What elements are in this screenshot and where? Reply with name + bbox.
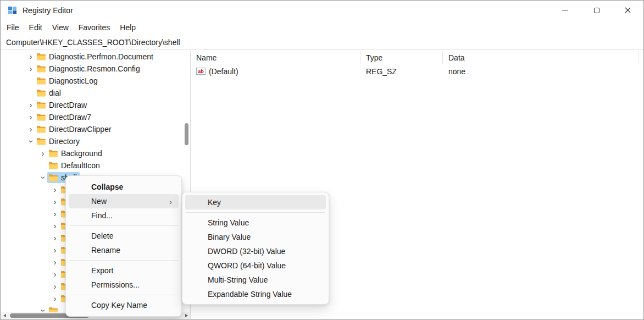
submenu-qword-value[interactable]: QWORD (64-bit) Value [185, 258, 326, 273]
tree-item-label: DefaultIcon [61, 161, 100, 170]
menu-separator [70, 295, 177, 295]
chevron-icon[interactable] [38, 307, 47, 312]
submenu-key[interactable]: Key [185, 195, 326, 209]
chevron-icon[interactable] [51, 210, 59, 218]
chevron-icon[interactable] [51, 246, 59, 254]
column-data[interactable]: Data [443, 51, 639, 64]
submenu-arrow-icon: › [169, 197, 172, 206]
close-button[interactable] [612, 1, 643, 20]
value-name: (Default) [209, 67, 238, 76]
list-rows: ab (Default) REG_SZ none [191, 64, 643, 78]
folder-icon [48, 307, 58, 312]
menu-permissions[interactable]: Permissions... [69, 278, 179, 292]
submenu-binary-value[interactable]: Binary Value [185, 230, 326, 244]
folder-icon [48, 162, 58, 169]
menu-view[interactable]: View [47, 21, 74, 34]
registry-editor-app-icon [8, 5, 17, 15]
menu-separator [186, 212, 325, 213]
tree-item-defaulticon[interactable]: DefaultIcon [1, 159, 184, 172]
menubar: File Edit View Favorites Help [1, 20, 643, 35]
menu-copy-key-name[interactable]: Copy Key Name [69, 298, 179, 312]
minimize-icon [562, 10, 568, 10]
minimize-button[interactable] [549, 1, 581, 20]
menu-rename[interactable]: Rename [69, 243, 179, 257]
value-type: REG_SZ [366, 67, 397, 76]
tree-item-directdrawclipper[interactable]: DirectDrawClipper [1, 123, 184, 135]
menu-separator [70, 225, 177, 226]
tree-item-background[interactable]: Background [1, 147, 184, 159]
menu-file[interactable]: File [2, 21, 24, 34]
tree-item-label: DirectDraw7 [49, 113, 91, 122]
menu-new[interactable]: New › [69, 194, 179, 208]
submenu-expandable-string-value[interactable]: Expandable String Value [185, 287, 326, 301]
tree-item-diagnosticlog[interactable]: DiagnosticLog [1, 75, 184, 87]
chevron-icon[interactable] [26, 65, 35, 73]
chevron-icon[interactable] [38, 174, 47, 181]
folder-icon [48, 150, 58, 157]
tree-item-directdraw[interactable]: DirectDraw [1, 99, 184, 111]
tree-item-directory[interactable]: Directory [1, 135, 184, 147]
string-value-icon: ab [196, 68, 206, 75]
chevron-icon[interactable] [26, 101, 35, 109]
tree-item-directdraw7[interactable]: DirectDraw7 [1, 111, 184, 123]
folder-icon [36, 65, 46, 73]
tree-item-diagnostic-resmon-config[interactable]: Diagnostic.Resmon.Config [1, 63, 184, 75]
chevron-icon[interactable] [26, 113, 35, 121]
folder-icon [36, 125, 46, 133]
chevron-icon[interactable] [51, 234, 59, 242]
tree-item-label: dial [49, 89, 61, 97]
folder-icon [36, 89, 46, 97]
menu-collapse[interactable]: Collapse [69, 180, 179, 194]
folder-icon [36, 137, 46, 145]
value-data: none [448, 67, 465, 76]
registry-editor-window: Registry Editor File Edit View Favorites… [0, 0, 644, 320]
tree-item-label: Diagnostic.Perfmon.Document [49, 52, 153, 61]
registry-value-row[interactable]: ab (Default) REG_SZ none [191, 64, 643, 78]
close-icon [625, 6, 631, 15]
chevron-icon[interactable] [26, 137, 35, 145]
chevron-icon[interactable] [38, 150, 47, 157]
tree-item-label: Background [61, 149, 102, 158]
vertical-scrollbar-thumb[interactable] [185, 123, 188, 145]
submenu-string-value[interactable]: String Value [185, 216, 326, 230]
address-input[interactable] [1, 35, 643, 49]
tree-item-label: DirectDrawClipper [49, 125, 112, 134]
column-name[interactable]: Name [191, 51, 360, 64]
menu-help[interactable]: Help [115, 21, 141, 34]
chevron-icon[interactable] [51, 222, 59, 230]
context-menu: Collapse New › Find... Delete Rename Exp… [65, 175, 182, 317]
folder-icon [36, 101, 46, 109]
list-header: Name Type Data [191, 51, 643, 64]
column-type[interactable]: Type [360, 51, 443, 64]
maximize-button[interactable] [581, 1, 612, 20]
chevron-icon[interactable] [51, 186, 59, 194]
folder-icon [36, 53, 46, 60]
chevron-icon[interactable] [26, 53, 35, 60]
folder-icon [48, 174, 58, 181]
menu-favorites[interactable]: Favorites [74, 21, 115, 34]
tree-item-label: DirectDraw [49, 101, 87, 109]
chevron-icon[interactable] [51, 258, 59, 266]
window-title: Registry Editor [23, 6, 73, 15]
scroll-right-arrow-icon[interactable] [185, 314, 188, 317]
menu-separator [70, 260, 177, 261]
menu-edit[interactable]: Edit [24, 21, 47, 34]
submenu-dword-value[interactable]: DWORD (32-bit) Value [185, 244, 326, 258]
folder-icon [36, 113, 46, 121]
chevron-icon[interactable] [51, 271, 59, 278]
window-controls [549, 1, 643, 20]
tree-item-label: DiagnosticLog [49, 76, 98, 85]
maximize-icon [594, 8, 599, 13]
chevron-icon[interactable] [51, 283, 59, 290]
submenu-multi-string-value[interactable]: Multi-String Value [185, 273, 326, 287]
scroll-left-arrow-icon[interactable] [3, 314, 6, 317]
new-submenu: Key String Value Binary Value DWORD (32-… [182, 192, 329, 305]
tree-item-diagnostic-perfmon-document[interactable]: Diagnostic.Perfmon.Document [1, 51, 184, 63]
chevron-icon[interactable] [26, 125, 35, 133]
menu-delete[interactable]: Delete [69, 229, 179, 243]
chevron-icon[interactable] [51, 295, 59, 302]
tree-item-dial[interactable]: dial [1, 87, 184, 99]
menu-find[interactable]: Find... [69, 208, 179, 223]
chevron-icon[interactable] [51, 198, 59, 206]
menu-export[interactable]: Export [69, 263, 179, 278]
